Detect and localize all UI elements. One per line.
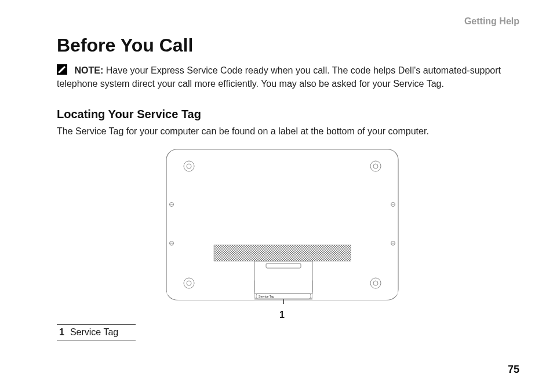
subheading: Locating Your Service Tag xyxy=(57,108,201,121)
page-heading: Before You Call xyxy=(57,35,193,56)
section-header-label: Getting Help xyxy=(464,16,519,27)
legend-row: 1Service Tag xyxy=(57,324,136,340)
laptop-bottom-illustration: Service Tag xyxy=(165,148,400,304)
manual-page: Getting Help Before You Call NOTE: Have … xyxy=(0,0,553,392)
service-tag-label-text: Service Tag xyxy=(259,295,274,298)
pencil-note-icon xyxy=(57,64,67,75)
note-block: NOTE: Have your Express Service Code rea… xyxy=(57,64,519,90)
note-text: Have your Express Service Code ready whe… xyxy=(57,65,501,89)
callout-number-1: 1 xyxy=(279,310,285,320)
page-number: 75 xyxy=(508,364,519,376)
legend-number: 1 xyxy=(59,327,64,337)
svg-rect-24 xyxy=(254,261,312,294)
legend-text: Service Tag xyxy=(70,327,118,337)
svg-rect-22 xyxy=(214,245,351,261)
body-text: The Service Tag for your computer can be… xyxy=(57,126,519,137)
note-label: NOTE: xyxy=(74,65,103,75)
